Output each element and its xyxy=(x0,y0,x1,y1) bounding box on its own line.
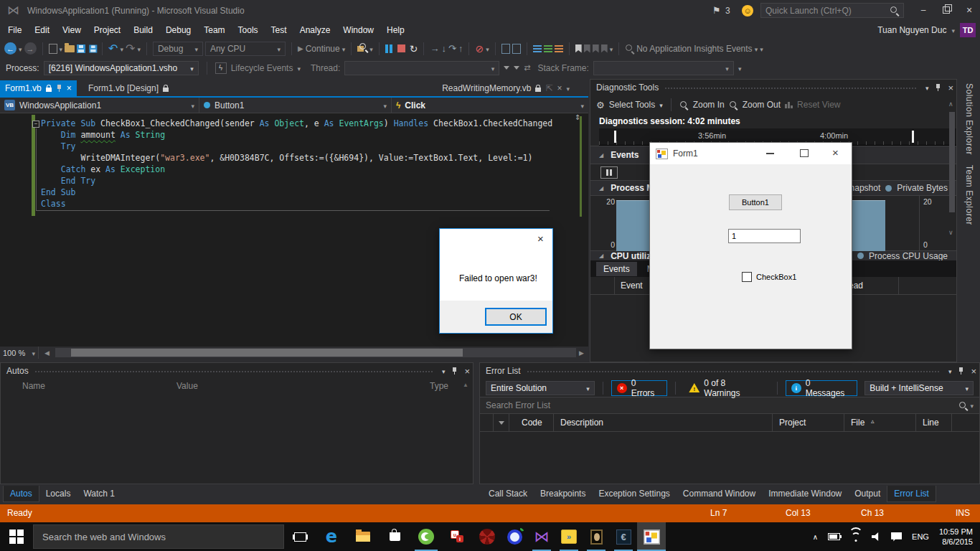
horizontal-scrollbar[interactable] xyxy=(55,348,576,357)
col-line[interactable]: Line xyxy=(923,418,939,428)
zoom-out-button[interactable]: Zoom Out xyxy=(743,100,781,110)
menu-file[interactable]: File xyxy=(1,25,28,35)
find-icon[interactable] xyxy=(357,44,367,53)
menu-edit[interactable]: Edit xyxy=(28,25,56,35)
form-textbox1[interactable]: 1 xyxy=(728,229,801,243)
messages-filter-button[interactable]: i 0 Messages xyxy=(786,380,858,396)
avatar[interactable]: TD xyxy=(960,23,976,37)
severity-filter-icon[interactable] xyxy=(499,418,504,430)
menu-team[interactable]: Team xyxy=(197,25,231,35)
close-tab-icon[interactable]: × xyxy=(67,83,72,93)
tab-events[interactable]: Events xyxy=(596,262,637,276)
action-center-icon[interactable] xyxy=(891,532,902,542)
form-button1[interactable]: Button1 xyxy=(729,194,782,210)
zoom-dropdown[interactable]: 100 % xyxy=(0,347,39,359)
project-dropdown[interactable]: VB WindowsApplication1 xyxy=(0,98,199,113)
battery-icon[interactable] xyxy=(828,533,840,540)
scrollbar-thumb[interactable] xyxy=(949,112,955,212)
taskbar-warcraft[interactable] xyxy=(583,522,610,551)
select-tools-button[interactable]: Select Tools xyxy=(609,100,655,110)
step-out-icon[interactable]: ↑ xyxy=(458,43,463,54)
bookmark-icon[interactable] xyxy=(575,44,582,53)
taskbar-app-blue[interactable] xyxy=(501,522,528,551)
form-minimize-icon[interactable] xyxy=(766,153,774,154)
step-over-icon[interactable]: ↷ xyxy=(448,43,456,54)
step-into-icon[interactable]: ↓ xyxy=(441,43,446,54)
thread-dropdown[interactable] xyxy=(344,61,499,75)
scroll-up-icon[interactable]: ∧ xyxy=(948,100,953,108)
redo-dropdown-icon[interactable] xyxy=(137,44,141,54)
insights-label[interactable]: No Application Insights Events xyxy=(636,44,752,54)
collapse-region-icon[interactable]: − xyxy=(32,121,39,128)
taskbar-app-yellow[interactable]: » xyxy=(555,522,583,551)
new-file-dropdown-icon[interactable] xyxy=(60,44,63,54)
user-account[interactable]: Tuan Nguyen Duc TD xyxy=(877,22,976,38)
menu-debug[interactable]: Debug xyxy=(159,25,197,35)
tab-exception-settings[interactable]: Exception Settings xyxy=(592,486,676,501)
tray-language[interactable]: ENG xyxy=(912,532,929,541)
process-overflow-icon[interactable] xyxy=(738,63,742,73)
insights-dropdown-icon[interactable] xyxy=(755,44,758,54)
redo-icon[interactable]: ↷ xyxy=(126,44,135,54)
menu-build[interactable]: Build xyxy=(127,25,159,35)
object-dropdown[interactable]: Button1 xyxy=(199,98,392,113)
promote-tab-icon[interactable]: ⇱ xyxy=(545,83,552,93)
diagnostics-titlebar[interactable]: Diagnostic Tools × xyxy=(590,80,956,95)
notifications-flag-icon[interactable]: ⚑ xyxy=(712,5,721,16)
save-icon[interactable] xyxy=(77,44,85,53)
show-parallel-icon[interactable] xyxy=(555,45,563,52)
ok-button[interactable]: OK xyxy=(485,308,547,326)
speaker-icon[interactable] xyxy=(872,532,881,541)
zoom-in-button[interactable]: Zoom In xyxy=(693,100,725,110)
form-maximize-icon[interactable] xyxy=(800,149,809,157)
new-file-icon[interactable] xyxy=(49,44,57,54)
close-icon[interactable]: × xyxy=(948,83,953,93)
tray-expand-icon[interactable]: ∧ xyxy=(813,533,818,541)
wifi-icon[interactable] xyxy=(850,532,862,542)
tab-form1vb-design[interactable]: Form1.vb [Design] xyxy=(83,80,174,96)
close-icon[interactable]: × xyxy=(464,366,470,377)
clear-bookmarks-icon[interactable] xyxy=(601,44,608,53)
error-list-titlebar[interactable]: Error List × xyxy=(480,363,979,379)
quick-launch-input[interactable]: Quick Launch (Ctrl+Q) xyxy=(760,3,904,18)
collapse-triangle-icon[interactable]: ◢ xyxy=(599,152,603,159)
suspend-icon[interactable]: ⇄ xyxy=(524,63,530,72)
scope-dropdown[interactable]: Entire Solution xyxy=(486,381,595,395)
col-file[interactable]: File xyxy=(851,418,864,428)
col-code[interactable]: Code xyxy=(522,418,542,428)
undo-icon[interactable]: ↶ xyxy=(108,44,118,54)
scroll-down-icon[interactable]: ∨ xyxy=(948,229,953,236)
taskbar-cheat-engine[interactable]: € xyxy=(610,522,637,551)
pin-icon[interactable] xyxy=(935,84,941,92)
taskbar-edge[interactable]: e xyxy=(316,522,347,551)
next-bookmark-icon[interactable] xyxy=(593,44,599,53)
reset-view-button[interactable]: Reset View xyxy=(797,100,840,110)
tab-command-window[interactable]: Command Window xyxy=(677,486,762,501)
taskbar-search-input[interactable]: Search the web and Windows xyxy=(33,524,284,549)
feedback-smiley-icon[interactable]: ☺ xyxy=(742,5,753,17)
event-marker-icon[interactable] xyxy=(600,166,618,179)
taskbar-form1-app-active[interactable] xyxy=(637,522,666,551)
col-name[interactable]: Name xyxy=(22,381,45,391)
scroll-up-icon[interactable]: ▲ xyxy=(463,382,468,388)
checkbox-box-icon[interactable] xyxy=(742,272,752,282)
navigate-forward-icon[interactable]: → xyxy=(24,42,37,55)
errors-filter-button[interactable]: × 0 Errors xyxy=(611,380,668,396)
solution-configuration-dropdown[interactable]: Debug xyxy=(153,42,203,56)
diagnostics-scrollbar[interactable]: ∧ ∨ xyxy=(947,96,957,240)
thread-filter-icon[interactable] xyxy=(504,66,509,72)
event-dropdown[interactable]: ϟ Click xyxy=(392,98,588,113)
col-type[interactable]: Type xyxy=(430,381,448,391)
tab-autos[interactable]: Autos xyxy=(3,486,39,502)
stop-debugging-icon[interactable] xyxy=(397,44,405,52)
find-overflow-icon[interactable] xyxy=(369,44,373,54)
solution-platform-dropdown[interactable]: Any CPU xyxy=(205,42,286,56)
toolbar-overflow-icon[interactable] xyxy=(760,44,763,54)
col-value[interactable]: Value xyxy=(176,381,198,391)
lifecycle-caret-icon[interactable] xyxy=(297,63,301,73)
autos-titlebar[interactable]: Autos × xyxy=(1,363,473,379)
thread-flag-icon[interactable] xyxy=(514,66,519,72)
break-all-icon[interactable] xyxy=(385,44,392,53)
prev-bookmark-icon[interactable] xyxy=(584,44,590,53)
restore-button[interactable] xyxy=(936,0,957,20)
